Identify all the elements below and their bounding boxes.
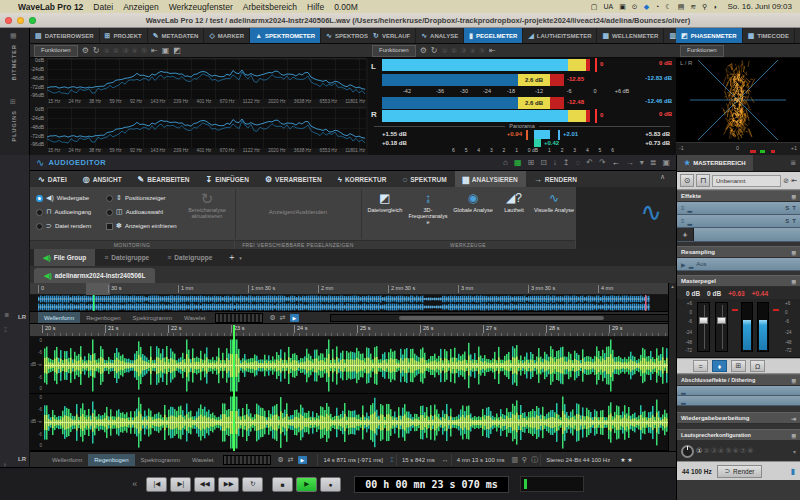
- option-audioauswahl[interactable]: ◫ Audioauswahl: [106, 206, 163, 218]
- menubar-status-icon[interactable]: ⚲: [702, 3, 707, 11]
- link-faders-button[interactable]: =: [693, 360, 708, 372]
- view-tab[interactable]: Wavelet: [186, 454, 219, 466]
- phase-funktionen-button[interactable]: Funktionen: [680, 45, 724, 57]
- masterbereich-tab[interactable]: ★ MASTERBEREICH: [677, 155, 753, 171]
- editor-header-icon[interactable]: ⊡: [540, 158, 547, 167]
- magnifier-icon[interactable]: ⚲: [520, 456, 529, 464]
- preset-slot-icon[interactable]: ②: [113, 47, 119, 54]
- rewind-button[interactable]: ◀◀: [194, 477, 215, 492]
- meter-tab[interactable]: ◩PHASENMETER: [676, 28, 743, 43]
- menubar-status-icon[interactable]: ◔: [655, 3, 659, 10]
- menubar-status-icon[interactable]: ▢: [591, 3, 598, 11]
- preset-slot-icon[interactable]: ①: [104, 47, 110, 54]
- meter-tab[interactable]: ▦WELLENMETER: [597, 28, 664, 43]
- reset-icon[interactable]: ↻: [93, 47, 100, 55]
- transport-collapse-icon[interactable]: «: [132, 479, 137, 489]
- ibeam-tool-icon[interactable]: ⌶: [4, 327, 8, 334]
- fader-cap[interactable]: [699, 317, 708, 324]
- forward-button[interactable]: ▶▶: [218, 477, 239, 492]
- ribbon-tab[interactable]: ◎ANSICHT: [75, 171, 130, 187]
- snapshot-icon[interactable]: ◩: [173, 47, 181, 55]
- speaker-preset-button[interactable]: ⑧: [747, 447, 753, 455]
- radio-icon[interactable]: [36, 223, 43, 230]
- menubar-status-icon[interactable]: ▣: [619, 3, 626, 11]
- menubar-status-icon[interactable]: ☾: [665, 3, 671, 11]
- record-button[interactable]: ●: [320, 477, 341, 492]
- tool-dateivergleich[interactable]: ◩ Dateivergleich: [364, 191, 406, 213]
- tool-button[interactable]: T: [792, 205, 796, 211]
- bereichanalyse-button[interactable]: ↻ Bereichanalyse aktualisieren: [182, 191, 232, 219]
- panel-menu-icon[interactable]: ≣: [790, 159, 800, 167]
- solo-button[interactable]: S: [785, 205, 789, 211]
- editor-header-icon[interactable]: ↥: [563, 158, 570, 167]
- menubar-clock[interactable]: So. 16. Juni 09:03: [728, 2, 793, 11]
- lock-button[interactable]: Ω: [750, 360, 765, 372]
- view-tab[interactable]: Wellenform: [38, 312, 80, 324]
- radio-icon[interactable]: [36, 209, 43, 216]
- ribbon-tab[interactable]: ∿DATEI: [30, 171, 75, 187]
- go-to-end-button[interactable]: ▶|: [170, 477, 191, 492]
- preset-slot-icon[interactable]: ③: [460, 47, 466, 54]
- stop-button[interactable]: ■: [272, 477, 293, 492]
- view-tab[interactable]: Wavelet: [178, 312, 211, 324]
- reset-icon[interactable]: ↻: [431, 47, 438, 55]
- preset-slot-icon[interactable]: ②: [451, 47, 457, 54]
- meter-tab[interactable]: ▦TIMECODE: [743, 28, 795, 43]
- editor-header-icon[interactable]: ↓: [553, 158, 557, 167]
- meter-tab[interactable]: ▲SPEKTROMETER: [250, 28, 321, 43]
- fader-left[interactable]: [697, 302, 710, 352]
- bitmeter-vertical-tab[interactable]: BITMETER: [11, 44, 17, 80]
- playback-processing-header[interactable]: Wiedergabebearbeitung ⇥: [677, 412, 800, 424]
- meter-tab[interactable]: ⊞PROJEKT: [100, 28, 148, 43]
- checkbox-icon[interactable]: [106, 223, 113, 230]
- ribbon-tab[interactable]: ◌SPEKTRUM: [394, 171, 454, 187]
- speaker-preset-button[interactable]: ①: [696, 447, 702, 455]
- bitmeter-icon[interactable]: ▦: [10, 32, 17, 40]
- add-effect-button[interactable]: ＋: [677, 228, 694, 241]
- ribbon-tab[interactable]: →RENDERN: [526, 171, 585, 187]
- preset-slot-icon[interactable]: ④: [131, 47, 137, 54]
- unlink-button[interactable]: ⊞: [731, 360, 746, 372]
- overview-scrollbar[interactable]: [330, 314, 672, 322]
- menubar-status-icon[interactable]: UA: [603, 3, 613, 10]
- tool-lautheit[interactable]: ◢? Lautheit: [493, 191, 535, 213]
- vertical-scrollbar[interactable]: ▴: [668, 283, 676, 451]
- menubar-app-name[interactable]: WaveLab Pro 12: [18, 2, 83, 12]
- volume-knob[interactable]: [681, 445, 694, 458]
- preset-slot-icon[interactable]: ⑤: [479, 47, 485, 54]
- sync-icon[interactable]: ⇄: [280, 314, 286, 322]
- panel-menu-icon[interactable]: ≣: [4, 311, 9, 318]
- section-menu-icon[interactable]: ≣: [791, 278, 796, 285]
- sync-icon[interactable]: ⇄: [288, 456, 294, 464]
- menubar-status-icon[interactable]: ◗: [713, 3, 717, 10]
- goto-start-icon[interactable]: ⇤: [151, 47, 158, 55]
- folder-icon[interactable]: ▣: [162, 47, 170, 55]
- effect-slot-2[interactable]: ≡ ▂ ST: [677, 215, 800, 228]
- file-group-tab[interactable]: ≡ Dateigruppe: [158, 249, 221, 266]
- chevron-down-icon[interactable]: ▾: [239, 255, 242, 261]
- file-tab[interactable]: ◀) adelinarmx2024-Instr240506L: [34, 268, 155, 283]
- go-to-start-button[interactable]: |◀: [146, 477, 167, 492]
- section-menu-icon[interactable]: ≣: [791, 193, 796, 200]
- tool-3d-frequenzanalyse[interactable]: ↨ 3D-Frequenzanalyse: [407, 191, 449, 225]
- file-group-tab-active[interactable]: ◀) File Group: [34, 249, 95, 266]
- menu-datei[interactable]: Datei: [93, 2, 113, 12]
- view-tab[interactable]: Regenbogen: [88, 454, 134, 466]
- editor-header-icon[interactable]: ⌂: [503, 158, 508, 167]
- loop-button[interactable]: ↻: [242, 477, 263, 492]
- solo-button[interactable]: S: [785, 218, 789, 224]
- ribbon-tab[interactable]: ✎BEARBEITEN: [130, 171, 198, 187]
- ribbon-collapse-icon[interactable]: ∧: [660, 173, 665, 181]
- spectrum-plot-right[interactable]: [47, 107, 366, 148]
- editor-header-icon[interactable]: ←: [612, 158, 620, 167]
- spectro-funktionen-button[interactable]: Funktionen: [34, 45, 78, 57]
- speaker-config-header[interactable]: Lautsprecherkonfiguration ≣: [677, 429, 800, 441]
- effekte-header[interactable]: Effekte ≣: [677, 190, 800, 202]
- ribbon-tab[interactable]: ↧EINFÜGEN: [198, 171, 257, 187]
- preset-slot-icon[interactable]: ④: [469, 47, 475, 54]
- close-window-button[interactable]: [5, 17, 12, 24]
- menubar-status-icon[interactable]: ≋: [690, 3, 696, 11]
- editor-header-icon[interactable]: ▦: [514, 158, 522, 167]
- gear-icon[interactable]: ⚙: [269, 314, 275, 322]
- menu-anzeigen[interactable]: Anzeigen: [123, 2, 158, 12]
